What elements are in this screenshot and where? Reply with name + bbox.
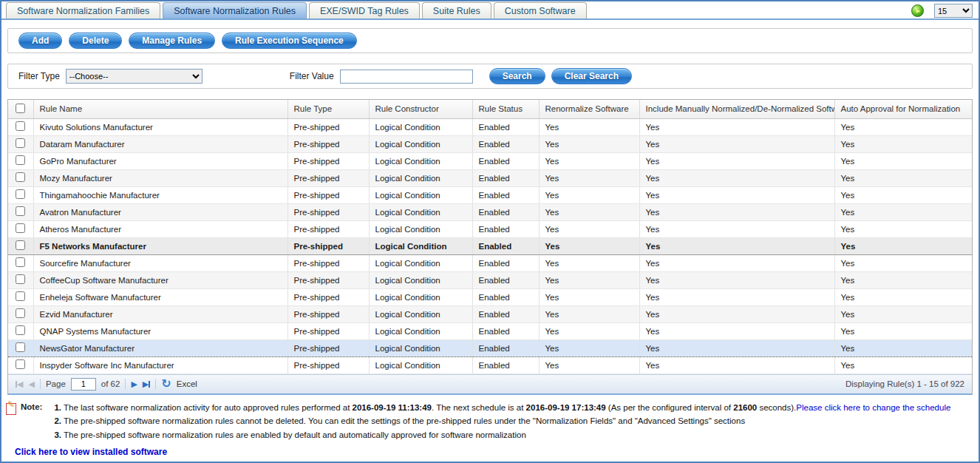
cell-auto-approval: Yes bbox=[834, 271, 972, 288]
row-checkbox[interactable] bbox=[16, 240, 25, 250]
cell-auto-approval: Yes bbox=[834, 356, 972, 374]
table-row[interactable]: Ezvid Manufacturer Pre-shipped Logical C… bbox=[8, 305, 972, 322]
cell-rule-constructor: Logical Condition bbox=[369, 288, 472, 305]
cell-renormalize-software: Yes bbox=[539, 203, 639, 220]
green-status-orb-icon[interactable]: ▶ bbox=[911, 4, 924, 17]
first-page-icon[interactable]: ◀ bbox=[16, 380, 23, 388]
row-checkbox[interactable] bbox=[16, 257, 25, 267]
row-checkbox[interactable] bbox=[16, 121, 25, 131]
column-header-rule-constructor[interactable]: Rule Constructor bbox=[369, 100, 472, 118]
pagination-bar: ◀ ◀ Page of 62 ▶ ▶ ↻ Excel Displaying Ru… bbox=[8, 374, 972, 393]
page-size-select[interactable]: 15 bbox=[934, 4, 973, 18]
previous-page-icon[interactable]: ◀ bbox=[28, 380, 34, 388]
manage-rules-button[interactable]: Manage Rules bbox=[129, 33, 215, 49]
row-checkbox[interactable] bbox=[16, 189, 25, 199]
table-row[interactable]: Inspyder Software Inc Manufacturer Pre-s… bbox=[8, 356, 972, 374]
tab-custom-software[interactable]: Custom Software bbox=[494, 2, 587, 18]
row-checkbox[interactable] bbox=[16, 308, 25, 318]
filter-type-select[interactable]: --Choose-- bbox=[66, 69, 203, 84]
cell-rule-type: Pre-shipped bbox=[287, 169, 369, 186]
table-row[interactable]: Enheleja Software Manufacturer Pre-shipp… bbox=[8, 288, 972, 305]
last-page-icon[interactable]: ▶ bbox=[143, 380, 150, 388]
filter-value-label: Filter Value bbox=[290, 71, 334, 81]
table-row[interactable]: GoPro Manufacturer Pre-shipped Logical C… bbox=[8, 152, 972, 169]
row-checkbox[interactable] bbox=[16, 138, 25, 148]
cell-rule-status: Enabled bbox=[472, 339, 539, 356]
tab-software-normalization-families[interactable]: Software Normalization Families bbox=[6, 2, 160, 18]
cell-include-manually-normalized: Yes bbox=[639, 152, 834, 169]
row-checkbox[interactable] bbox=[16, 342, 25, 352]
table-row[interactable]: Atheros Manufacturer Pre-shipped Logical… bbox=[8, 220, 972, 237]
cell-renormalize-software: Yes bbox=[539, 271, 639, 288]
column-header-include-manually-normalized[interactable]: Include Manually Normalized/De-Normalize… bbox=[639, 100, 834, 118]
cell-auto-approval: Yes bbox=[834, 152, 972, 169]
tab-software-normalization-rules[interactable]: Software Normalization Rules bbox=[163, 2, 307, 18]
filter-value-input[interactable] bbox=[340, 70, 473, 84]
note-number: 3. bbox=[54, 430, 61, 439]
notes-list: 1.The last software normalization activi… bbox=[54, 402, 950, 445]
table-row[interactable]: CoffeeCup Software Manufacturer Pre-ship… bbox=[8, 271, 972, 288]
note-text: 2016-09-19 11:13:49 bbox=[353, 403, 432, 412]
row-checkbox[interactable] bbox=[16, 206, 25, 216]
cell-include-manually-normalized: Yes bbox=[639, 322, 834, 339]
cell-renormalize-software: Yes bbox=[539, 169, 639, 186]
table-row[interactable]: Mozy Manufacturer Pre-shipped Logical Co… bbox=[8, 169, 972, 186]
note-text: seconds). bbox=[757, 403, 796, 412]
view-installed-software-link[interactable]: Click here to view installed software bbox=[15, 447, 167, 457]
add-button[interactable]: Add bbox=[18, 33, 62, 49]
cell-rule-constructor: Logical Condition bbox=[369, 169, 472, 186]
cell-auto-approval: Yes bbox=[834, 339, 972, 356]
clear-search-button[interactable]: Clear Search bbox=[551, 68, 632, 84]
cell-rule-name: Thingamahoochie Manufacturer bbox=[33, 186, 287, 203]
excel-export-link[interactable]: Excel bbox=[177, 379, 197, 388]
cell-auto-approval: Yes bbox=[834, 118, 972, 135]
note-text: 2016-09-19 17:13:49 bbox=[526, 403, 606, 412]
cell-renormalize-software: Yes bbox=[539, 118, 639, 135]
select-all-checkbox[interactable] bbox=[16, 104, 25, 113]
tab-exe-swid-tag-rules[interactable]: EXE/SWID Tag Rules bbox=[309, 2, 420, 18]
page-number-input[interactable] bbox=[71, 378, 96, 391]
row-checkbox[interactable] bbox=[16, 359, 25, 369]
table-row[interactable]: F5 Networks Manufacturer Pre-shipped Log… bbox=[8, 237, 972, 254]
table-row[interactable]: QNAP Systems Manufacturer Pre-shipped Lo… bbox=[8, 322, 972, 339]
filter-type-label: Filter Type bbox=[18, 71, 60, 81]
table-row[interactable]: Avatron Manufacturer Pre-shipped Logical… bbox=[8, 203, 972, 220]
cell-include-manually-normalized: Yes bbox=[639, 203, 834, 220]
row-checkbox[interactable] bbox=[16, 155, 25, 165]
column-header-renormalize-software[interactable]: Renormalize Software bbox=[539, 100, 639, 118]
column-header-rule-status[interactable]: Rule Status bbox=[472, 100, 539, 118]
row-checkbox[interactable] bbox=[16, 291, 25, 301]
tab-suite-rules[interactable]: Suite Rules bbox=[422, 2, 491, 18]
row-checkbox[interactable] bbox=[16, 274, 25, 284]
row-checkbox[interactable] bbox=[16, 223, 25, 233]
cell-auto-approval: Yes bbox=[834, 186, 972, 203]
next-page-icon[interactable]: ▶ bbox=[131, 380, 137, 388]
table-row[interactable]: Sourcefire Manufacturer Pre-shipped Logi… bbox=[8, 254, 972, 271]
cell-renormalize-software: Yes bbox=[539, 237, 639, 254]
column-header-auto-approval[interactable]: Auto Approval for Normalization bbox=[834, 100, 972, 118]
cell-renormalize-software: Yes bbox=[539, 339, 639, 356]
row-checkbox[interactable] bbox=[16, 325, 25, 335]
note-line: 3.The pre-shipped software normalization… bbox=[54, 430, 950, 441]
cell-rule-type: Pre-shipped bbox=[287, 288, 369, 305]
row-checkbox[interactable] bbox=[16, 172, 25, 182]
column-header-rule-type[interactable]: Rule Type bbox=[287, 100, 369, 118]
column-header-rule-name[interactable]: Rule Name bbox=[33, 100, 287, 118]
note-text: (As per the configured interval of bbox=[606, 403, 734, 412]
search-button[interactable]: Search bbox=[489, 68, 545, 84]
table-row[interactable]: Kivuto Solutions Manufacturer Pre-shippe… bbox=[8, 118, 972, 135]
cell-rule-status: Enabled bbox=[472, 254, 539, 271]
table-row[interactable]: Thingamahoochie Manufacturer Pre-shipped… bbox=[8, 186, 972, 203]
cell-rule-status: Enabled bbox=[472, 322, 539, 339]
note-line: 1.The last software normalization activi… bbox=[54, 402, 950, 413]
note-number: 1. bbox=[54, 403, 61, 412]
cell-rule-constructor: Logical Condition bbox=[369, 339, 472, 356]
note-schedule-link[interactable]: Please click here to change the schedule bbox=[796, 403, 950, 412]
table-row[interactable]: NewsGator Manufacturer Pre-shipped Logic… bbox=[8, 339, 972, 356]
rule-execution-sequence-button[interactable]: Rule Execution Sequence bbox=[222, 33, 357, 49]
table-row[interactable]: Dataram Manufacturer Pre-shipped Logical… bbox=[8, 135, 972, 152]
cell-rule-type: Pre-shipped bbox=[287, 237, 369, 254]
delete-button[interactable]: Delete bbox=[69, 33, 122, 49]
refresh-icon[interactable]: ↻ bbox=[161, 378, 171, 390]
cell-rule-name: QNAP Systems Manufacturer bbox=[33, 322, 287, 339]
